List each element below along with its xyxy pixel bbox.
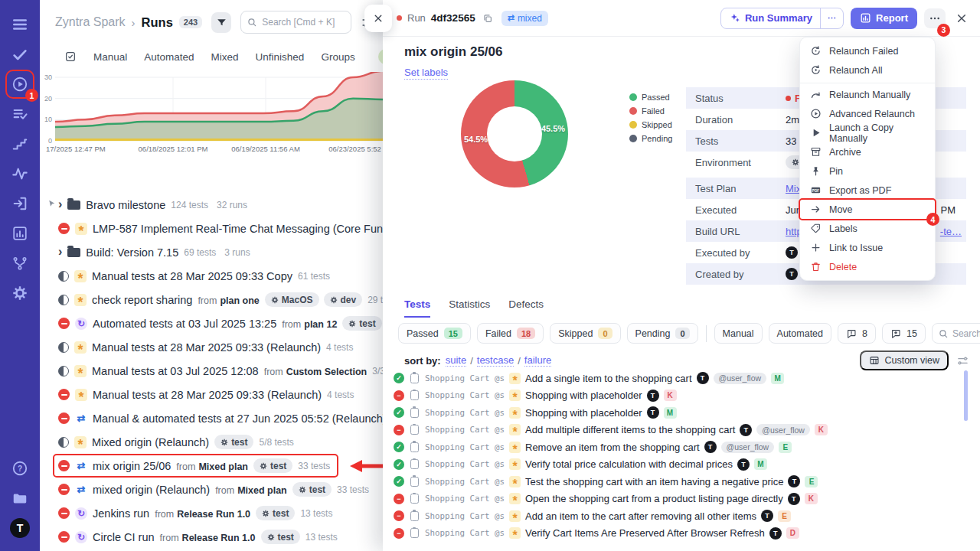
- menu-item[interactable]: Relaunch Manually: [800, 83, 935, 104]
- sidebar-item[interactable]: [0, 188, 40, 218]
- test-title[interactable]: Remove an item from the shopping cart: [525, 442, 700, 453]
- test-row[interactable]: Shopping Cart @s… Verify total price cal…: [394, 456, 963, 474]
- sidebar-item[interactable]: 1: [0, 69, 40, 99]
- sort-by-suite[interactable]: suite: [446, 354, 466, 367]
- panel-close-button[interactable]: [364, 5, 392, 32]
- suite-name[interactable]: Shopping Cart @s…: [425, 390, 505, 400]
- column-settings-icon[interactable]: [956, 354, 969, 367]
- test-title[interactable]: Test the shopping cart with an item havi…: [525, 476, 783, 487]
- select-runs-icon[interactable]: [64, 51, 77, 63]
- run-detail-tab[interactable]: Tests: [404, 298, 430, 318]
- run-row[interactable]: Manual & automated tests at 27 Jun 2025 …: [40, 406, 383, 430]
- mode-filter-button[interactable]: Manual: [714, 323, 763, 344]
- tab-groups[interactable]: Groups: [321, 51, 354, 63]
- run-row[interactable]: Manual tests at 28 Mar 2025 09:33 (Relau…: [40, 335, 383, 359]
- run-row[interactable]: Manual tests at 03 Jul 2025 12:08 from C…: [40, 359, 383, 383]
- test-row[interactable]: Shopping Cart @s… Shopping with placehol…: [394, 387, 963, 405]
- test-row[interactable]: Shopping Cart @s… Remove an item from th…: [394, 439, 963, 456]
- run-source-plan[interactable]: plan 12: [304, 319, 337, 330]
- run-row[interactable]: Automated tests at 03 Jul 2025 13:25 fro…: [40, 311, 383, 335]
- test-title[interactable]: Add an item to the cart after removing a…: [525, 510, 756, 522]
- run-title[interactable]: Automated tests at 03 Jul 2025 13:25: [93, 318, 276, 330]
- suite-name[interactable]: Shopping Cart @s…: [425, 373, 505, 383]
- menu-item[interactable]: Labels: [800, 219, 935, 238]
- run-title[interactable]: check report sharing: [92, 294, 192, 306]
- suite-name[interactable]: Shopping Cart @s…: [425, 477, 505, 487]
- run-title[interactable]: Jenkins run: [93, 507, 149, 520]
- menu-item[interactable]: Move 4: [800, 200, 935, 219]
- test-row[interactable]: Shopping Cart @s… Add a single item to t…: [394, 370, 963, 387]
- run-row[interactable]: › Build: Version 7.15 69 tests 3 runs: [40, 240, 383, 264]
- test-row[interactable]: Shopping Cart @s… Add an item to the car…: [394, 507, 963, 525]
- run-title[interactable]: Manual tests at 28 Mar 2025 09:33 (Relau…: [93, 389, 322, 401]
- test-row[interactable]: Shopping Cart @s… Add multiple different…: [394, 422, 963, 439]
- test-title[interactable]: Verify total price calculation with deci…: [525, 458, 733, 470]
- sidebar-item[interactable]: [0, 99, 40, 129]
- run-title[interactable]: Build: Version 7.15: [86, 246, 178, 259]
- run-title[interactable]: Circle CI run: [93, 531, 155, 543]
- test-row[interactable]: Shopping Cart @s… Open the shopping cart…: [394, 491, 963, 508]
- menu-item[interactable]: Archive: [800, 142, 935, 161]
- menu-item[interactable]: Relaunch All: [800, 60, 935, 80]
- suite-name[interactable]: Shopping Cart @s…: [425, 425, 505, 435]
- test-title[interactable]: Add multiple different items to the shop…: [525, 424, 735, 435]
- tab-mixed[interactable]: Mixed: [211, 51, 239, 63]
- sidebar-item[interactable]: [0, 9, 40, 39]
- test-title[interactable]: Shopping with placeholder: [525, 390, 642, 401]
- expand-chevron-icon[interactable]: ›: [58, 198, 62, 210]
- run-row[interactable]: mixed origin (Relaunch) from Mixed plan …: [40, 478, 383, 501]
- run-title[interactable]: mix origin 25/06: [93, 460, 171, 472]
- run-row[interactable]: check report sharing from plan one MacOS…: [40, 288, 383, 311]
- test-title[interactable]: Open the shopping cart from a product li…: [525, 493, 783, 504]
- expand-chevron-icon[interactable]: ›: [58, 246, 62, 258]
- run-title[interactable]: Manual tests at 03 Jul 2025 12:08: [92, 365, 259, 377]
- tab-manual[interactable]: Manual: [93, 51, 127, 63]
- status-filter-button[interactable]: Skipped 0: [550, 323, 620, 344]
- run-type-chip[interactable]: mixed: [501, 11, 548, 26]
- run-summary-button[interactable]: Run Summary: [720, 8, 844, 29]
- tests-scrollbar[interactable]: [964, 370, 968, 421]
- run-source-plan[interactable]: Release Run 1.0: [182, 533, 256, 543]
- close-run-icon[interactable]: [956, 12, 968, 24]
- menu-item[interactable]: Delete: [800, 257, 935, 276]
- run-title[interactable]: Mixed origin (Relaunch): [92, 436, 209, 448]
- status-filter-button[interactable]: Failed 18: [477, 323, 544, 344]
- sidebar-item[interactable]: [0, 158, 40, 188]
- run-summary-more-button[interactable]: [820, 8, 843, 28]
- breadcrumb-section[interactable]: Runs: [142, 15, 173, 30]
- suite-name[interactable]: Shopping Cart @s…: [425, 528, 505, 538]
- mode-filter-button[interactable]: Automated: [769, 323, 831, 344]
- test-row[interactable]: Shopping Cart @s… Verify Cart Items Are …: [394, 525, 963, 543]
- tab-automated[interactable]: Automated: [144, 51, 194, 63]
- breadcrumb-project[interactable]: Zyntra Spark: [55, 15, 126, 29]
- run-row[interactable]: mix origin 25/06 from Mixed plan test 33…: [40, 454, 383, 478]
- tab-unfinished[interactable]: Unfinished: [256, 51, 305, 63]
- comment-counter-button[interactable]: 8: [838, 323, 876, 344]
- filter-button[interactable]: [211, 12, 231, 33]
- sidebar-item[interactable]: [0, 278, 40, 308]
- menu-item[interactable]: Launch a Copy Manually: [800, 123, 935, 142]
- run-detail-tab[interactable]: Defects: [508, 298, 544, 318]
- suite-name[interactable]: Shopping Cart @s…: [425, 511, 505, 521]
- suite-name[interactable]: Shopping Cart @s…: [425, 408, 505, 418]
- run-title[interactable]: mixed origin (Relaunch): [93, 484, 210, 496]
- report-button[interactable]: Report: [851, 8, 917, 29]
- run-source-plan[interactable]: Release Run 1.0: [177, 509, 250, 520]
- run-row[interactable]: Manual tests at 28 Mar 2025 09:33 Copy 6…: [40, 264, 383, 288]
- more-actions-button[interactable]: 3: [924, 8, 946, 28]
- set-labels-link[interactable]: Set labels: [404, 67, 448, 80]
- run-row[interactable]: Jenkins run from Release Run 1.0 test 13…: [40, 501, 383, 525]
- status-filter-button[interactable]: Pending 0: [627, 323, 698, 344]
- sidebar-item[interactable]: ?: [0, 453, 40, 483]
- menu-item[interactable]: Pin: [800, 161, 935, 181]
- menu-item[interactable]: Advanced Relaunch: [800, 104, 935, 123]
- sidebar-item[interactable]: [0, 39, 40, 69]
- run-row[interactable]: Circle CI run from Release Run 1.0 test …: [40, 525, 383, 549]
- run-source-plan[interactable]: Mixed plan: [198, 461, 248, 472]
- run-source-plan[interactable]: Custom Selection: [286, 367, 368, 377]
- sidebar-item[interactable]: [0, 248, 40, 278]
- run-source-plan[interactable]: plan one: [220, 295, 259, 306]
- info-link-end[interactable]: -te…: [940, 226, 962, 237]
- sort-by-testcase[interactable]: testcase: [477, 354, 514, 367]
- run-row[interactable]: Mixed origin (Relaunch) test 5/8 tests: [40, 430, 383, 454]
